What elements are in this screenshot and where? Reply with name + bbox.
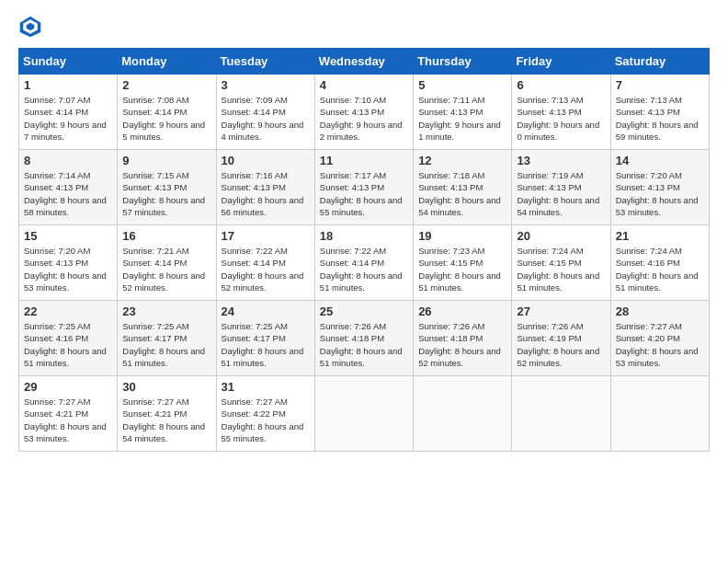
day-number: 18: [320, 229, 408, 243]
day-number: 14: [616, 154, 704, 167]
day-info: Sunrise: 7:27 AM Sunset: 4:22 PM Dayligh…: [222, 396, 310, 444]
day-info: Sunrise: 7:22 AM Sunset: 4:14 PM Dayligh…: [222, 245, 310, 293]
day-number: 25: [320, 304, 408, 318]
day-number: 17: [222, 229, 310, 243]
calendar-cell: 4Sunrise: 7:10 AM Sunset: 4:13 PM Daylig…: [314, 75, 413, 150]
logo-icon: [18, 15, 42, 39]
day-info: Sunrise: 7:25 AM Sunset: 4:17 PM Dayligh…: [222, 320, 310, 369]
calendar-cell: 25Sunrise: 7:26 AM Sunset: 4:18 PM Dayli…: [314, 301, 413, 376]
day-info: Sunrise: 7:27 AM Sunset: 4:21 PM Dayligh…: [122, 396, 210, 444]
day-info: Sunrise: 7:20 AM Sunset: 4:13 PM Dayligh…: [616, 169, 704, 218]
calendar-cell: 17Sunrise: 7:22 AM Sunset: 4:14 PM Dayli…: [216, 225, 314, 301]
day-number: 26: [418, 304, 506, 318]
column-header-tuesday: Tuesday: [216, 49, 314, 75]
calendar-cell: 26Sunrise: 7:26 AM Sunset: 4:18 PM Dayli…: [414, 301, 512, 376]
calendar-cell: 2Sunrise: 7:08 AM Sunset: 4:14 PM Daylig…: [118, 75, 216, 150]
day-number: 21: [616, 229, 704, 243]
calendar-cell: [314, 376, 413, 452]
week-row-1: 1Sunrise: 7:07 AM Sunset: 4:14 PM Daylig…: [19, 75, 710, 150]
header-row: SundayMondayTuesdayWednesdayThursdayFrid…: [19, 49, 710, 75]
day-info: Sunrise: 7:23 AM Sunset: 4:15 PM Dayligh…: [418, 245, 506, 293]
calendar-cell: 31Sunrise: 7:27 AM Sunset: 4:22 PM Dayli…: [216, 376, 314, 452]
calendar-cell: 5Sunrise: 7:11 AM Sunset: 4:13 PM Daylig…: [414, 75, 512, 150]
day-info: Sunrise: 7:21 AM Sunset: 4:14 PM Dayligh…: [122, 245, 210, 293]
day-info: Sunrise: 7:26 AM Sunset: 4:18 PM Dayligh…: [418, 320, 506, 369]
calendar-cell: 24Sunrise: 7:25 AM Sunset: 4:17 PM Dayli…: [216, 301, 314, 376]
calendar-cell: 21Sunrise: 7:24 AM Sunset: 4:16 PM Dayli…: [610, 225, 709, 301]
calendar-cell: 16Sunrise: 7:21 AM Sunset: 4:14 PM Dayli…: [118, 225, 216, 301]
day-info: Sunrise: 7:25 AM Sunset: 4:17 PM Dayligh…: [122, 320, 210, 369]
day-number: 3: [222, 78, 310, 92]
day-number: 16: [122, 229, 210, 243]
day-number: 12: [418, 154, 506, 167]
calendar-cell: 14Sunrise: 7:20 AM Sunset: 4:13 PM Dayli…: [610, 150, 709, 225]
page-header: [18, 15, 710, 39]
day-number: 13: [517, 154, 605, 167]
calendar-cell: 29Sunrise: 7:27 AM Sunset: 4:21 PM Dayli…: [19, 376, 118, 452]
week-row-3: 15Sunrise: 7:20 AM Sunset: 4:13 PM Dayli…: [19, 225, 710, 301]
column-header-wednesday: Wednesday: [314, 49, 413, 75]
calendar-cell: 13Sunrise: 7:19 AM Sunset: 4:13 PM Dayli…: [512, 150, 610, 225]
day-number: 5: [418, 78, 506, 92]
day-number: 9: [122, 154, 210, 167]
calendar-cell: [414, 376, 512, 452]
day-number: 10: [222, 154, 310, 167]
day-info: Sunrise: 7:13 AM Sunset: 4:13 PM Dayligh…: [616, 94, 704, 143]
day-number: 24: [222, 304, 310, 318]
day-number: 28: [616, 304, 704, 318]
day-info: Sunrise: 7:14 AM Sunset: 4:13 PM Dayligh…: [24, 169, 112, 218]
day-info: Sunrise: 7:27 AM Sunset: 4:20 PM Dayligh…: [616, 320, 704, 369]
day-number: 31: [222, 380, 310, 394]
calendar-cell: 19Sunrise: 7:23 AM Sunset: 4:15 PM Dayli…: [414, 225, 512, 301]
calendar-cell: 10Sunrise: 7:16 AM Sunset: 4:13 PM Dayli…: [216, 150, 314, 225]
calendar-cell: 28Sunrise: 7:27 AM Sunset: 4:20 PM Dayli…: [610, 301, 709, 376]
calendar-cell: 18Sunrise: 7:22 AM Sunset: 4:14 PM Dayli…: [314, 225, 413, 301]
day-info: Sunrise: 7:24 AM Sunset: 4:15 PM Dayligh…: [517, 245, 605, 293]
day-number: 22: [24, 304, 112, 318]
calendar-cell: 6Sunrise: 7:13 AM Sunset: 4:13 PM Daylig…: [512, 75, 610, 150]
day-info: Sunrise: 7:10 AM Sunset: 4:13 PM Dayligh…: [320, 94, 408, 143]
day-number: 19: [418, 229, 506, 243]
day-info: Sunrise: 7:27 AM Sunset: 4:21 PM Dayligh…: [24, 396, 112, 444]
day-number: 30: [122, 380, 210, 394]
calendar-cell: 9Sunrise: 7:15 AM Sunset: 4:13 PM Daylig…: [118, 150, 216, 225]
day-info: Sunrise: 7:16 AM Sunset: 4:13 PM Dayligh…: [222, 169, 310, 218]
calendar-cell: 12Sunrise: 7:18 AM Sunset: 4:13 PM Dayli…: [414, 150, 512, 225]
day-info: Sunrise: 7:09 AM Sunset: 4:14 PM Dayligh…: [222, 94, 310, 143]
day-number: 23: [122, 304, 210, 318]
calendar-cell: 11Sunrise: 7:17 AM Sunset: 4:13 PM Dayli…: [314, 150, 413, 225]
column-header-thursday: Thursday: [414, 49, 512, 75]
day-info: Sunrise: 7:25 AM Sunset: 4:16 PM Dayligh…: [24, 320, 112, 369]
calendar-cell: 22Sunrise: 7:25 AM Sunset: 4:16 PM Dayli…: [19, 301, 118, 376]
day-number: 29: [24, 380, 112, 394]
calendar-cell: [610, 376, 709, 452]
column-header-friday: Friday: [512, 49, 610, 75]
day-number: 15: [24, 229, 112, 243]
calendar-cell: 8Sunrise: 7:14 AM Sunset: 4:13 PM Daylig…: [19, 150, 118, 225]
week-row-4: 22Sunrise: 7:25 AM Sunset: 4:16 PM Dayli…: [19, 301, 710, 376]
day-info: Sunrise: 7:11 AM Sunset: 4:13 PM Dayligh…: [418, 94, 506, 143]
day-info: Sunrise: 7:26 AM Sunset: 4:19 PM Dayligh…: [517, 320, 605, 369]
calendar-table: SundayMondayTuesdayWednesdayThursdayFrid…: [18, 48, 710, 452]
day-info: Sunrise: 7:17 AM Sunset: 4:13 PM Dayligh…: [320, 169, 408, 218]
day-number: 2: [122, 78, 210, 92]
day-number: 27: [517, 304, 605, 318]
column-header-sunday: Sunday: [19, 49, 118, 75]
day-number: 11: [320, 154, 408, 167]
day-info: Sunrise: 7:18 AM Sunset: 4:13 PM Dayligh…: [418, 169, 506, 218]
calendar-cell: 3Sunrise: 7:09 AM Sunset: 4:14 PM Daylig…: [216, 75, 314, 150]
day-info: Sunrise: 7:19 AM Sunset: 4:13 PM Dayligh…: [517, 169, 605, 218]
day-info: Sunrise: 7:20 AM Sunset: 4:13 PM Dayligh…: [24, 245, 112, 293]
calendar-cell: 27Sunrise: 7:26 AM Sunset: 4:19 PM Dayli…: [512, 301, 610, 376]
day-info: Sunrise: 7:08 AM Sunset: 4:14 PM Dayligh…: [122, 94, 210, 143]
day-info: Sunrise: 7:26 AM Sunset: 4:18 PM Dayligh…: [320, 320, 408, 369]
day-number: 8: [24, 154, 112, 167]
week-row-5: 29Sunrise: 7:27 AM Sunset: 4:21 PM Dayli…: [19, 376, 710, 452]
day-info: Sunrise: 7:22 AM Sunset: 4:14 PM Dayligh…: [320, 245, 408, 293]
day-number: 20: [517, 229, 605, 243]
day-number: 4: [320, 78, 408, 92]
calendar-cell: [512, 376, 610, 452]
calendar-cell: 30Sunrise: 7:27 AM Sunset: 4:21 PM Dayli…: [118, 376, 216, 452]
day-info: Sunrise: 7:13 AM Sunset: 4:13 PM Dayligh…: [517, 94, 605, 143]
calendar-cell: 23Sunrise: 7:25 AM Sunset: 4:17 PM Dayli…: [118, 301, 216, 376]
